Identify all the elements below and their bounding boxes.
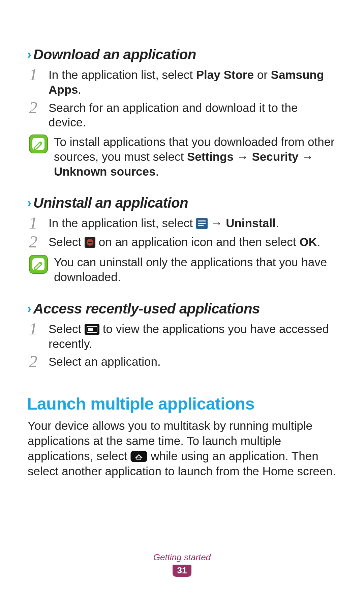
svg-rect-4 xyxy=(198,223,206,224)
recent-step-2: 2 Select an application. xyxy=(29,353,337,370)
heading-uninstall-text: Uninstall an application xyxy=(33,195,188,211)
step-number: 1 xyxy=(29,214,49,231)
page-footer: Getting started 31 xyxy=(0,552,364,577)
uninstall-note: You can uninstall only the applications … xyxy=(29,254,337,285)
step-number: 1 xyxy=(29,320,49,337)
recent-apps-icon xyxy=(85,324,99,335)
note-text: To install applications that you downloa… xyxy=(54,134,337,179)
step-text: Select on an application icon and then s… xyxy=(49,233,337,249)
step-number: 2 xyxy=(29,99,49,116)
chevron-icon: › xyxy=(27,302,31,315)
step-text: In the application list, select Play Sto… xyxy=(49,66,337,97)
home-button-icon xyxy=(130,451,147,462)
menu-icon xyxy=(196,218,208,229)
note-icon xyxy=(29,135,48,153)
heading-launch-multiple: Launch multiple applications xyxy=(27,394,337,414)
uninstall-step-1: 1 In the application list, select → Unin… xyxy=(29,214,337,231)
step-number: 2 xyxy=(29,233,49,250)
step-text: In the application list, select → Uninst… xyxy=(49,214,337,231)
launch-body: Your device allows you to multitask by r… xyxy=(28,418,337,479)
chevron-icon: › xyxy=(27,48,31,61)
heading-recent-text: Access recently-used applications xyxy=(33,301,260,317)
note-icon xyxy=(29,255,48,274)
download-note: To install applications that you downloa… xyxy=(29,134,337,179)
step-number: 1 xyxy=(29,66,49,83)
download-step-1: 1 In the application list, select Play S… xyxy=(29,66,337,97)
footer-section-label: Getting started xyxy=(0,552,364,563)
uninstall-step-2: 2 Select on an application icon and then… xyxy=(29,233,337,250)
svg-rect-5 xyxy=(198,225,204,226)
heading-recent: › Access recently-used applications xyxy=(27,301,337,317)
svg-rect-3 xyxy=(198,220,206,221)
heading-download-text: Download an application xyxy=(33,47,196,63)
heading-download: › Download an application xyxy=(27,47,337,63)
step-text: Select to view the applications you have… xyxy=(49,320,337,351)
heading-uninstall: › Uninstall an application xyxy=(27,195,337,211)
recent-step-1: 1 Select to view the applications you ha… xyxy=(29,320,337,351)
note-text: You can uninstall only the applications … xyxy=(54,254,337,285)
page-number-badge: 31 xyxy=(173,565,192,577)
download-step-2: 2 Search for an application and download… xyxy=(29,99,337,130)
remove-badge-icon xyxy=(85,237,95,248)
svg-rect-8 xyxy=(88,242,92,243)
chevron-icon: › xyxy=(27,196,31,209)
step-text: Search for an application and download i… xyxy=(49,99,337,130)
step-number: 2 xyxy=(29,353,49,370)
svg-rect-14 xyxy=(131,451,147,462)
step-text: Select an application. xyxy=(49,353,337,369)
svg-rect-13 xyxy=(88,328,93,331)
